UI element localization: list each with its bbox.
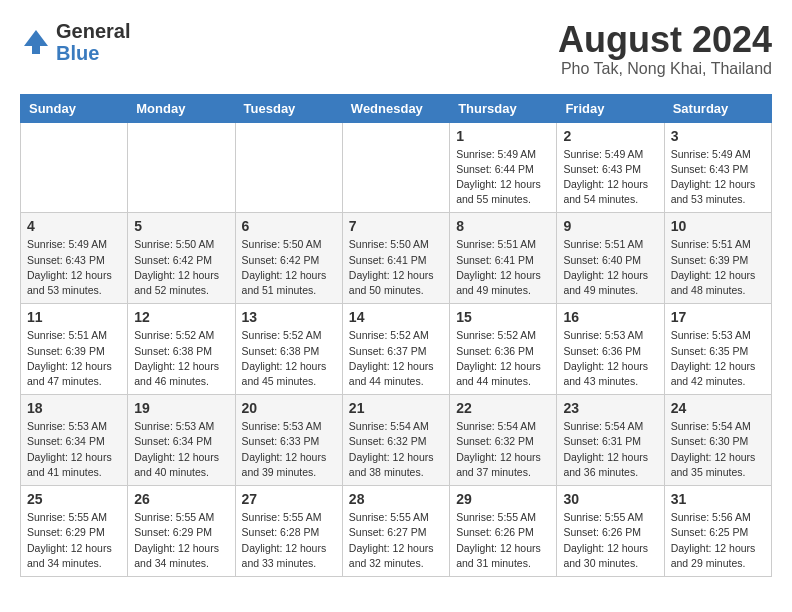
day-number: 29 xyxy=(456,491,550,507)
day-number: 28 xyxy=(349,491,443,507)
calendar-header-row: SundayMondayTuesdayWednesdayThursdayFrid… xyxy=(21,94,772,122)
calendar-cell: 13Sunrise: 5:52 AMSunset: 6:38 PMDayligh… xyxy=(235,304,342,395)
day-number: 11 xyxy=(27,309,121,325)
calendar-week-row: 25Sunrise: 5:55 AMSunset: 6:29 PMDayligh… xyxy=(21,486,772,577)
day-number: 3 xyxy=(671,128,765,144)
calendar-cell: 29Sunrise: 5:55 AMSunset: 6:26 PMDayligh… xyxy=(450,486,557,577)
day-info: Sunrise: 5:49 AMSunset: 6:43 PMDaylight:… xyxy=(671,147,765,208)
day-info: Sunrise: 5:50 AMSunset: 6:42 PMDaylight:… xyxy=(134,237,228,298)
title-area: August 2024 Pho Tak, Nong Khai, Thailand xyxy=(558,20,772,78)
day-number: 12 xyxy=(134,309,228,325)
calendar-cell: 25Sunrise: 5:55 AMSunset: 6:29 PMDayligh… xyxy=(21,486,128,577)
day-info: Sunrise: 5:55 AMSunset: 6:28 PMDaylight:… xyxy=(242,510,336,571)
day-header-wednesday: Wednesday xyxy=(342,94,449,122)
day-header-tuesday: Tuesday xyxy=(235,94,342,122)
calendar-cell: 17Sunrise: 5:53 AMSunset: 6:35 PMDayligh… xyxy=(664,304,771,395)
calendar-cell xyxy=(235,122,342,213)
day-info: Sunrise: 5:55 AMSunset: 6:26 PMDaylight:… xyxy=(456,510,550,571)
day-info: Sunrise: 5:52 AMSunset: 6:38 PMDaylight:… xyxy=(134,328,228,389)
calendar-cell: 15Sunrise: 5:52 AMSunset: 6:36 PMDayligh… xyxy=(450,304,557,395)
day-number: 21 xyxy=(349,400,443,416)
day-info: Sunrise: 5:55 AMSunset: 6:29 PMDaylight:… xyxy=(27,510,121,571)
day-number: 16 xyxy=(563,309,657,325)
day-info: Sunrise: 5:56 AMSunset: 6:25 PMDaylight:… xyxy=(671,510,765,571)
calendar-week-row: 4Sunrise: 5:49 AMSunset: 6:43 PMDaylight… xyxy=(21,213,772,304)
day-info: Sunrise: 5:49 AMSunset: 6:43 PMDaylight:… xyxy=(563,147,657,208)
day-header-thursday: Thursday xyxy=(450,94,557,122)
day-number: 20 xyxy=(242,400,336,416)
calendar-week-row: 1Sunrise: 5:49 AMSunset: 6:44 PMDaylight… xyxy=(21,122,772,213)
day-info: Sunrise: 5:51 AMSunset: 6:39 PMDaylight:… xyxy=(27,328,121,389)
calendar-cell xyxy=(21,122,128,213)
calendar-cell: 2Sunrise: 5:49 AMSunset: 6:43 PMDaylight… xyxy=(557,122,664,213)
day-number: 26 xyxy=(134,491,228,507)
calendar-cell: 5Sunrise: 5:50 AMSunset: 6:42 PMDaylight… xyxy=(128,213,235,304)
day-info: Sunrise: 5:50 AMSunset: 6:41 PMDaylight:… xyxy=(349,237,443,298)
calendar-week-row: 11Sunrise: 5:51 AMSunset: 6:39 PMDayligh… xyxy=(21,304,772,395)
day-info: Sunrise: 5:55 AMSunset: 6:29 PMDaylight:… xyxy=(134,510,228,571)
day-header-sunday: Sunday xyxy=(21,94,128,122)
day-info: Sunrise: 5:52 AMSunset: 6:36 PMDaylight:… xyxy=(456,328,550,389)
day-header-monday: Monday xyxy=(128,94,235,122)
day-header-saturday: Saturday xyxy=(664,94,771,122)
day-info: Sunrise: 5:53 AMSunset: 6:34 PMDaylight:… xyxy=(134,419,228,480)
logo-general: General xyxy=(56,20,130,42)
day-info: Sunrise: 5:49 AMSunset: 6:43 PMDaylight:… xyxy=(27,237,121,298)
day-number: 31 xyxy=(671,491,765,507)
day-number: 17 xyxy=(671,309,765,325)
day-number: 10 xyxy=(671,218,765,234)
day-number: 7 xyxy=(349,218,443,234)
day-number: 24 xyxy=(671,400,765,416)
calendar-cell: 30Sunrise: 5:55 AMSunset: 6:26 PMDayligh… xyxy=(557,486,664,577)
day-info: Sunrise: 5:54 AMSunset: 6:32 PMDaylight:… xyxy=(349,419,443,480)
day-number: 9 xyxy=(563,218,657,234)
day-info: Sunrise: 5:50 AMSunset: 6:42 PMDaylight:… xyxy=(242,237,336,298)
day-number: 15 xyxy=(456,309,550,325)
calendar-cell: 6Sunrise: 5:50 AMSunset: 6:42 PMDaylight… xyxy=(235,213,342,304)
calendar-table: SundayMondayTuesdayWednesdayThursdayFrid… xyxy=(20,94,772,577)
calendar-cell: 26Sunrise: 5:55 AMSunset: 6:29 PMDayligh… xyxy=(128,486,235,577)
calendar-cell: 10Sunrise: 5:51 AMSunset: 6:39 PMDayligh… xyxy=(664,213,771,304)
day-number: 30 xyxy=(563,491,657,507)
calendar-cell: 20Sunrise: 5:53 AMSunset: 6:33 PMDayligh… xyxy=(235,395,342,486)
calendar-cell: 28Sunrise: 5:55 AMSunset: 6:27 PMDayligh… xyxy=(342,486,449,577)
day-info: Sunrise: 5:53 AMSunset: 6:36 PMDaylight:… xyxy=(563,328,657,389)
calendar-cell: 16Sunrise: 5:53 AMSunset: 6:36 PMDayligh… xyxy=(557,304,664,395)
day-number: 25 xyxy=(27,491,121,507)
calendar-title: August 2024 xyxy=(558,20,772,60)
day-info: Sunrise: 5:53 AMSunset: 6:34 PMDaylight:… xyxy=(27,419,121,480)
calendar-cell: 4Sunrise: 5:49 AMSunset: 6:43 PMDaylight… xyxy=(21,213,128,304)
calendar-cell: 11Sunrise: 5:51 AMSunset: 6:39 PMDayligh… xyxy=(21,304,128,395)
calendar-cell: 9Sunrise: 5:51 AMSunset: 6:40 PMDaylight… xyxy=(557,213,664,304)
day-info: Sunrise: 5:55 AMSunset: 6:26 PMDaylight:… xyxy=(563,510,657,571)
day-number: 18 xyxy=(27,400,121,416)
day-header-friday: Friday xyxy=(557,94,664,122)
day-number: 27 xyxy=(242,491,336,507)
day-info: Sunrise: 5:54 AMSunset: 6:30 PMDaylight:… xyxy=(671,419,765,480)
day-number: 13 xyxy=(242,309,336,325)
calendar-cell: 8Sunrise: 5:51 AMSunset: 6:41 PMDaylight… xyxy=(450,213,557,304)
day-number: 23 xyxy=(563,400,657,416)
calendar-cell: 27Sunrise: 5:55 AMSunset: 6:28 PMDayligh… xyxy=(235,486,342,577)
day-info: Sunrise: 5:52 AMSunset: 6:37 PMDaylight:… xyxy=(349,328,443,389)
day-info: Sunrise: 5:53 AMSunset: 6:33 PMDaylight:… xyxy=(242,419,336,480)
day-info: Sunrise: 5:52 AMSunset: 6:38 PMDaylight:… xyxy=(242,328,336,389)
logo: General Blue xyxy=(20,20,130,64)
day-number: 19 xyxy=(134,400,228,416)
calendar-cell: 31Sunrise: 5:56 AMSunset: 6:25 PMDayligh… xyxy=(664,486,771,577)
day-number: 5 xyxy=(134,218,228,234)
day-info: Sunrise: 5:53 AMSunset: 6:35 PMDaylight:… xyxy=(671,328,765,389)
calendar-cell: 24Sunrise: 5:54 AMSunset: 6:30 PMDayligh… xyxy=(664,395,771,486)
header: General Blue August 2024 Pho Tak, Nong K… xyxy=(20,20,772,78)
day-info: Sunrise: 5:49 AMSunset: 6:44 PMDaylight:… xyxy=(456,147,550,208)
day-number: 14 xyxy=(349,309,443,325)
day-info: Sunrise: 5:54 AMSunset: 6:32 PMDaylight:… xyxy=(456,419,550,480)
logo-blue: Blue xyxy=(56,42,130,64)
calendar-week-row: 18Sunrise: 5:53 AMSunset: 6:34 PMDayligh… xyxy=(21,395,772,486)
day-info: Sunrise: 5:51 AMSunset: 6:40 PMDaylight:… xyxy=(563,237,657,298)
calendar-cell: 22Sunrise: 5:54 AMSunset: 6:32 PMDayligh… xyxy=(450,395,557,486)
calendar-cell: 3Sunrise: 5:49 AMSunset: 6:43 PMDaylight… xyxy=(664,122,771,213)
day-number: 6 xyxy=(242,218,336,234)
calendar-cell: 18Sunrise: 5:53 AMSunset: 6:34 PMDayligh… xyxy=(21,395,128,486)
calendar-cell xyxy=(342,122,449,213)
